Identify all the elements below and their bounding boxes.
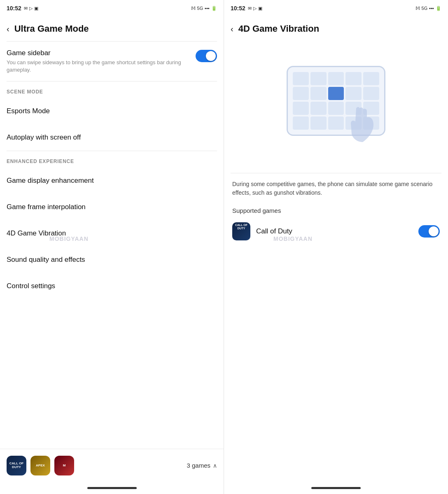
right-status-bar: 10:52 ✉ ▷ ▣ 𝕄 5G ▪▪▪ 🔋 xyxy=(224,0,448,16)
sound-quality-effects-item[interactable]: Sound quality and effects xyxy=(0,247,224,273)
right-screen-icon: ▣ xyxy=(258,6,262,11)
games-count-label: 3 games xyxy=(187,462,210,469)
right-nav-indicator xyxy=(224,482,448,494)
grid-cell-1 xyxy=(293,72,309,85)
battery-icon: 🔋 xyxy=(211,6,217,11)
grid-cell-6 xyxy=(293,87,309,100)
marvel-icon-text: M xyxy=(63,464,66,467)
scene-mode-section-label: SCENE MODE xyxy=(0,82,224,98)
right-signal-5g: 5G xyxy=(422,6,428,11)
email-icon: ✉ xyxy=(24,6,28,11)
apex-game-icon[interactable]: APEX xyxy=(30,456,50,475)
right-battery-icon: 🔋 xyxy=(436,6,441,11)
call-of-duty-row[interactable]: CALL OF DUTY Call of Duty xyxy=(224,217,448,245)
game-display-enhancement-label: Game display enhancement xyxy=(7,177,94,184)
autoplay-screen-off-item[interactable]: Autoplay with screen off xyxy=(0,124,224,151)
esports-mode-item[interactable]: Esports Mode xyxy=(0,98,224,124)
left-back-button[interactable]: ‹ xyxy=(7,24,9,34)
game-sidebar-text: Game sidebar You can swipe sideways to b… xyxy=(7,49,196,74)
supported-games-label: Supported games xyxy=(224,200,448,217)
wifi-icon: 𝕄 xyxy=(191,6,196,11)
sound-quality-effects-label: Sound quality and effects xyxy=(7,256,85,263)
left-status-icons: ✉ ▷ ▣ xyxy=(24,6,38,11)
settings-list: Game sidebar You can swipe sideways to b… xyxy=(0,42,224,449)
grid-cell-2 xyxy=(310,72,327,85)
right-back-button[interactable]: ‹ xyxy=(231,24,233,34)
call-of-duty-name: Call of Duty xyxy=(256,227,413,235)
grid-cell-7 xyxy=(310,87,327,100)
game-sidebar-desc: You can swipe sideways to bring up the g… xyxy=(7,59,189,74)
grid-cell-11 xyxy=(293,102,309,115)
vibration-description: During some competitive games, the phone… xyxy=(224,173,448,200)
apex-icon-text: APEX xyxy=(36,464,45,467)
grid-cell-17 xyxy=(310,117,327,130)
right-page-title: 4D Game Vibration xyxy=(238,23,319,34)
left-header: ‹ Ultra Game Mode xyxy=(0,16,224,41)
hand-touching-icon xyxy=(344,105,381,152)
left-panel: 10:52 ✉ ▷ ▣ 𝕄 5G ▪▪▪ 🔋 ‹ Ultra Game Mode… xyxy=(0,0,224,494)
control-settings-item[interactable]: Control settings xyxy=(0,273,224,299)
grid-cell-3 xyxy=(328,72,344,85)
grid-cell-18 xyxy=(328,117,344,130)
grid-cell-13 xyxy=(328,102,344,115)
left-bottom-bar: CALL OF DUTY APEX M 3 games ∧ xyxy=(0,449,224,482)
left-nav-pill xyxy=(87,487,137,489)
play-icon: ▷ xyxy=(29,6,33,11)
game-display-enhancement-item[interactable]: Game display enhancement xyxy=(0,168,224,194)
left-time: 10:52 xyxy=(7,5,21,12)
right-right-icons: 𝕄 5G ▪▪▪ 🔋 xyxy=(415,6,441,11)
right-header: ‹ 4D Game Vibration xyxy=(224,16,448,41)
left-page-title: Ultra Game Mode xyxy=(14,23,89,34)
right-nav-pill xyxy=(311,487,361,489)
control-settings-label: Control settings xyxy=(7,282,55,290)
right-time: 10:52 xyxy=(231,5,245,12)
grid-cell-10 xyxy=(363,87,379,100)
grid-cell-5 xyxy=(363,72,379,85)
right-signal-bars: ▪▪▪ xyxy=(429,6,434,11)
call-of-duty-icon: CALL OF DUTY xyxy=(232,222,250,240)
screen-icon: ▣ xyxy=(34,6,38,11)
right-email-icon: ✉ xyxy=(248,6,252,11)
game-sidebar-toggle[interactable] xyxy=(196,50,217,62)
games-chevron-up-icon: ∧ xyxy=(213,462,217,469)
autoplay-screen-off-label: Autoplay with screen off xyxy=(7,133,81,141)
phone-illustration xyxy=(282,66,390,148)
illustration-area xyxy=(224,41,448,173)
grid-cell-12 xyxy=(310,102,327,115)
4d-game-vibration-item[interactable]: 4D Game Vibration xyxy=(0,220,224,247)
left-status-bar: 10:52 ✉ ▷ ▣ 𝕄 5G ▪▪▪ 🔋 xyxy=(0,0,224,16)
esports-mode-label: Esports Mode xyxy=(7,107,50,115)
game-sidebar-row[interactable]: Game sidebar You can swipe sideways to b… xyxy=(0,42,224,81)
grid-cell-8-active xyxy=(328,87,344,100)
right-play-icon: ▷ xyxy=(253,6,257,11)
right-wifi-icon: 𝕄 xyxy=(415,6,420,11)
right-status-icons: ✉ ▷ ▣ xyxy=(248,6,262,11)
grid-cell-16 xyxy=(293,117,309,130)
cod-row-icon-text: CALL OF DUTY xyxy=(232,222,250,231)
marvel-game-icon[interactable]: M xyxy=(54,456,74,475)
right-panel: 10:52 ✉ ▷ ▣ 𝕄 5G ▪▪▪ 🔋 ‹ 4D Game Vibrati… xyxy=(224,0,448,494)
left-nav-indicator xyxy=(0,482,224,494)
game-sidebar-label: Game sidebar xyxy=(7,49,189,57)
games-count-section[interactable]: 3 games ∧ xyxy=(187,462,217,469)
right-spacer xyxy=(224,245,448,482)
enhanced-experience-section-label: ENHANCED EXPERIENCE xyxy=(0,151,224,168)
game-frame-interpolation-item[interactable]: Game frame interpolation xyxy=(0,194,224,220)
cod-game-icon[interactable]: CALL OF DUTY xyxy=(7,456,26,475)
left-right-icons: 𝕄 5G ▪▪▪ 🔋 xyxy=(191,6,217,11)
grid-cell-9 xyxy=(345,87,362,100)
signal-bars: ▪▪▪ xyxy=(205,6,210,11)
grid-cell-4 xyxy=(345,72,362,85)
call-of-duty-toggle[interactable] xyxy=(418,225,440,238)
cod-icon-text: CALL OF DUTY xyxy=(7,462,26,469)
game-frame-interpolation-label: Game frame interpolation xyxy=(7,203,86,211)
signal-5g: 5G xyxy=(197,6,203,11)
4d-game-vibration-label: 4D Game Vibration xyxy=(7,229,66,237)
